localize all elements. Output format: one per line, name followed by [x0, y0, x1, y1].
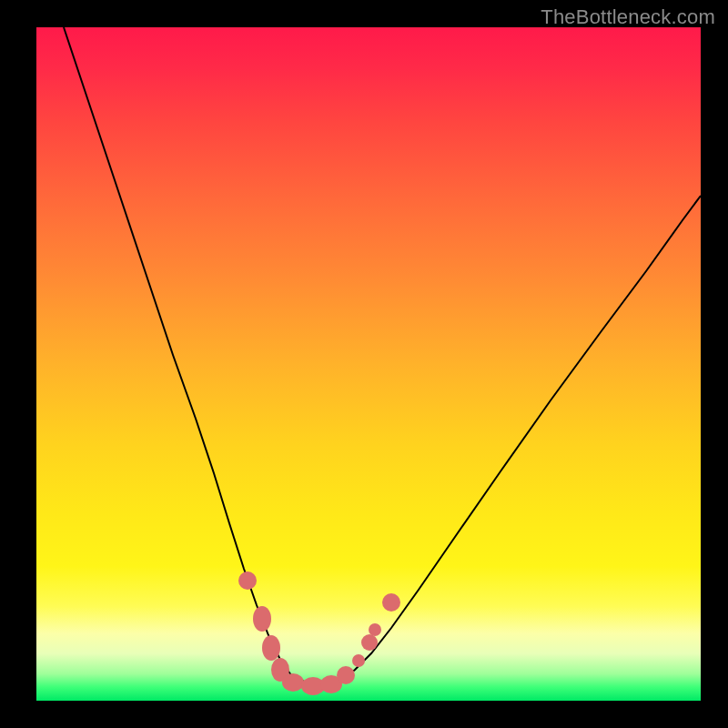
data-marker-2: [262, 635, 280, 661]
marker-group: [238, 571, 400, 695]
data-marker-10: [369, 623, 381, 636]
data-marker-7: [337, 666, 355, 684]
chart-frame: TheBottleneck.com: [0, 0, 728, 728]
watermark-text: TheBottleneck.com: [541, 5, 715, 29]
bottleneck-curve: [64, 27, 701, 686]
data-marker-4: [282, 673, 304, 692]
data-marker-9: [361, 634, 378, 651]
data-marker-1: [253, 606, 271, 632]
data-marker-11: [382, 593, 400, 612]
plot-area: [36, 27, 701, 701]
data-marker-0: [238, 571, 257, 590]
curve-svg: [36, 27, 701, 701]
data-marker-8: [352, 654, 365, 667]
